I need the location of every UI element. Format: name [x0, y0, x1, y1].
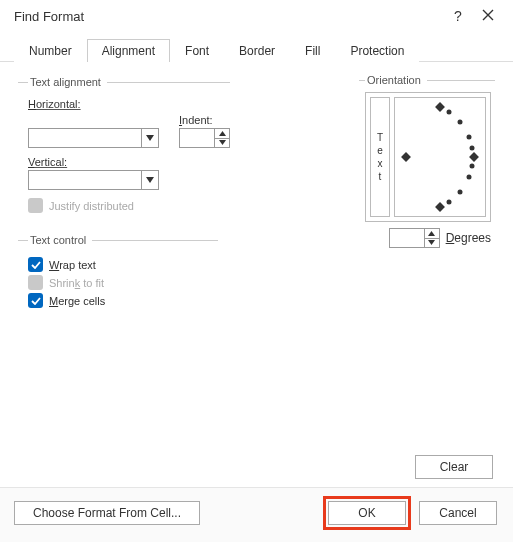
cancel-button[interactable]: Cancel	[419, 501, 497, 525]
orientation-vertical-text[interactable]: T e x t	[370, 97, 390, 217]
merge-cells-checkbox[interactable]	[28, 293, 43, 308]
degrees-input[interactable]	[390, 229, 424, 247]
tab-font[interactable]: Font	[170, 39, 224, 62]
orientation-legend: Orientation	[365, 74, 427, 86]
vertical-dropdown-icon[interactable]	[141, 171, 158, 189]
orientation-arc[interactable]	[394, 97, 486, 217]
text-control-group: Text control Wrap text Shrink to fit Mer…	[18, 234, 218, 319]
shrink-checkbox	[28, 275, 43, 290]
degrees-up-icon[interactable]	[425, 229, 439, 239]
tab-alignment[interactable]: Alignment	[87, 39, 170, 62]
vertical-label: Vertical:	[28, 156, 67, 168]
indent-up-icon[interactable]	[215, 129, 229, 139]
merge-cells-label: Merge cells	[49, 295, 105, 307]
tab-protection[interactable]: Protection	[335, 39, 419, 62]
help-button[interactable]: ?	[443, 8, 473, 24]
tab-border[interactable]: Border	[224, 39, 290, 62]
justify-distributed-checkbox	[28, 198, 43, 213]
clear-button[interactable]: Clear	[415, 455, 493, 479]
tab-number[interactable]: Number	[14, 39, 87, 62]
horizontal-combo[interactable]	[28, 128, 159, 148]
wrap-text-label: Wrap text	[49, 259, 96, 271]
indent-label: Indent:	[179, 114, 213, 126]
orientation-group: Orientation T e x t	[359, 74, 495, 256]
indent-input[interactable]	[180, 129, 214, 147]
degrees-spinner[interactable]	[389, 228, 440, 248]
content-area: Text alignment Horizontal: Indent:	[0, 62, 513, 462]
justify-distributed-label: Justify distributed	[49, 200, 134, 212]
choose-format-button[interactable]: Choose Format From Cell...	[14, 501, 200, 525]
shrink-label: Shrink to fit	[49, 277, 104, 289]
text-control-legend: Text control	[28, 234, 92, 246]
horizontal-dropdown-icon[interactable]	[141, 129, 158, 147]
horizontal-input[interactable]	[29, 129, 141, 147]
degrees-down-icon[interactable]	[425, 239, 439, 248]
tabs: Number Alignment Font Border Fill Protec…	[0, 32, 513, 62]
wrap-text-checkbox[interactable]	[28, 257, 43, 272]
titlebar: Find Format ?	[0, 0, 513, 28]
horizontal-label: Horizontal:	[28, 98, 81, 110]
text-alignment-legend: Text alignment	[28, 76, 107, 88]
indent-spinner[interactable]	[179, 128, 230, 148]
orientation-diagram[interactable]: T e x t	[365, 92, 491, 222]
close-button[interactable]	[473, 8, 503, 24]
indent-down-icon[interactable]	[215, 139, 229, 148]
ok-highlight: OK	[323, 496, 411, 530]
tab-fill[interactable]: Fill	[290, 39, 335, 62]
ok-button[interactable]: OK	[328, 501, 406, 525]
vertical-combo[interactable]	[28, 170, 159, 190]
degrees-label: Degrees	[446, 231, 491, 245]
vertical-input[interactable]	[29, 171, 141, 189]
footer: Clear Choose Format From Cell... OK Canc…	[0, 451, 513, 542]
text-alignment-group: Text alignment Horizontal: Indent:	[18, 76, 230, 224]
window-title: Find Format	[14, 9, 443, 24]
